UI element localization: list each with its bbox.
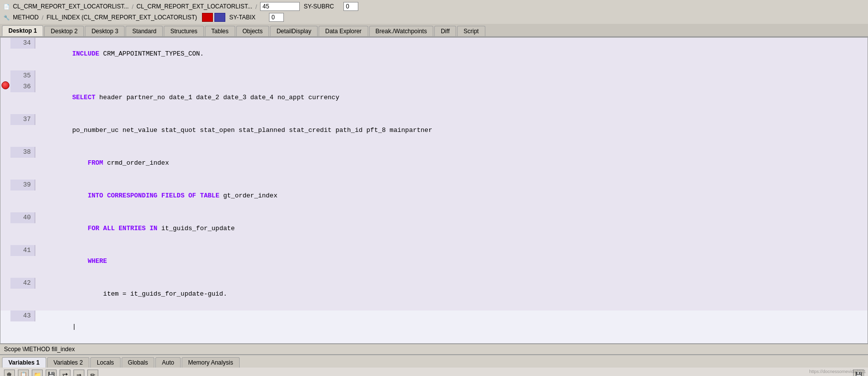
path-1: CL_CRM_REPORT_EXT_LOCATORLIST... (13, 3, 129, 10)
tab-auto[interactable]: Auto (155, 357, 181, 368)
line-content-35 (35, 70, 868, 81)
code-line-39: 39 INTO CORRESPONDING FIELDS OF TABLE gt… (0, 180, 868, 212)
run-icon[interactable] (202, 13, 213, 22)
code-line-35: 35 (0, 70, 868, 81)
line-num-42: 42 (10, 278, 35, 289)
path-2: CL_CRM_REPORT_EXT_LOCATORLIST... (136, 3, 252, 10)
save-button2[interactable]: 💾 (46, 370, 57, 376)
tab-desktop2[interactable]: Desktop 2 (44, 26, 84, 36)
line-num-34: 34 (10, 38, 35, 49)
sort-button[interactable]: ⇄ (60, 370, 70, 376)
sy-subrc-label: SY-SUBRC (302, 2, 341, 10)
main-tab-bar: Desktop 1 Desktop 2 Desktop 3 Standard S… (0, 24, 868, 37)
bottom-section: Variables 1 Variables 2 Locals Globals A… (0, 354, 868, 376)
status-bar: Scope \METHOD fill_index (0, 344, 868, 354)
navigate-button[interactable]: ⇒ (73, 370, 84, 376)
line-content-38: FROM crmd_order_index (35, 147, 868, 180)
line-num-37: 37 (10, 114, 35, 125)
bottom-tab-bar: Variables 1 Variables 2 Locals Globals A… (0, 355, 868, 368)
line-number-field[interactable]: 45 (260, 2, 300, 11)
tab-objects[interactable]: Objects (236, 26, 269, 36)
code-line-37: 37 po_number_uc net_value stat_quot stat… (0, 114, 868, 147)
tab-locals[interactable]: Locals (90, 357, 121, 368)
line-num-39: 39 (10, 180, 35, 190)
line-content-37: po_number_uc net_value stat_quot stat_op… (35, 114, 868, 147)
marker-36[interactable] (0, 81, 10, 89)
code-line-43: 43 | (0, 311, 868, 343)
tab-diff[interactable]: Diff (434, 26, 456, 36)
tab-globals[interactable]: Globals (122, 357, 155, 368)
tab-variables2[interactable]: Variables 2 (47, 357, 89, 368)
method-icon: 🔧 (2, 13, 11, 22)
top-toolbar: 📄 CL_CRM_REPORT_EXT_LOCATORLIST... / CL_… (0, 0, 868, 24)
sy-tabix-label: SY-TABIX (227, 13, 267, 21)
line-content-41: WHERE (35, 245, 868, 278)
tab-detaildisplay[interactable]: DetailDisplay (270, 26, 318, 36)
code-line-36: 36 SELECT header partner_no date_1 date_… (0, 81, 868, 114)
code-line-42: 42 item = it_guids_for_update-guid. (0, 278, 868, 311)
tab-standard[interactable]: Standard (126, 26, 163, 36)
sy-tabix-value: 0 (269, 13, 284, 22)
tab-desktop3[interactable]: Desktop 3 (85, 26, 125, 36)
info-icon[interactable] (214, 13, 225, 22)
status-text: Scope \METHOD fill_index (4, 346, 75, 353)
code-line-34: 34 INCLUDE CRM_APPOINTMENT_TYPES_CON. (0, 38, 868, 70)
copy-table-button[interactable]: 📋 (18, 370, 29, 376)
line-num-41: 41 (10, 245, 35, 256)
sep-2: / (254, 3, 258, 10)
tab-variables1[interactable]: Variables 1 (2, 357, 46, 368)
line-content-43: | (35, 311, 868, 343)
tab-memory-analysis[interactable]: Memory Analysis (182, 357, 240, 368)
tab-tables[interactable]: Tables (205, 26, 235, 36)
line-content-42: item = it_guids_for_update-guid. (35, 278, 868, 311)
line-content-36: SELECT header partner_no date_1 date_2 d… (35, 81, 868, 114)
tab-breakpoints[interactable]: Break./Watchpoints (369, 26, 434, 36)
line-content-34: INCLUDE CRM_APPOINTMENT_TYPES_CON. (35, 38, 868, 70)
tab-structures[interactable]: Structures (164, 26, 204, 36)
var-toolbar: 🗑 📋 📁 💾 ⇄ ⇒ ✏ 💾 (0, 368, 868, 376)
tab-dataexplorer[interactable]: Data Explorer (319, 26, 368, 36)
code-editor[interactable]: 34 INCLUDE CRM_APPOINTMENT_TYPES_CON. 35… (0, 37, 868, 344)
sep-1: / (131, 3, 134, 10)
breakpoint-icon[interactable] (1, 81, 9, 89)
open-button[interactable]: 📁 (32, 370, 43, 376)
toolbar-row-1: 📄 CL_CRM_REPORT_EXT_LOCATORLIST... / CL_… (2, 1, 866, 12)
line-content-40: FOR ALL ENTRIES IN it_guids_for_update (35, 212, 868, 245)
code-line-38: 38 FROM crmd_order_index (0, 147, 868, 180)
watermark: https://docnessomevida2011 (809, 369, 866, 374)
line-num-38: 38 (10, 147, 35, 158)
method-name: FILL_INDEX (CL_CRM_REPORT_EXT_LOCATORLIS… (47, 14, 197, 21)
toolbar-row-2: 🔧 METHOD / FILL_INDEX (CL_CRM_REPORT_EXT… (2, 12, 866, 23)
method-label: METHOD (13, 14, 39, 21)
tab-script[interactable]: Script (457, 26, 485, 36)
line-num-40: 40 (10, 212, 35, 223)
delete-button[interactable]: 🗑 (4, 370, 15, 376)
line-content-39: INTO CORRESPONDING FIELDS OF TABLE gt_or… (35, 180, 868, 212)
sy-subrc-value: 0 (343, 2, 358, 11)
code-line-40: 40 FOR ALL ENTRIES IN it_guids_for_updat… (0, 212, 868, 245)
rename-button[interactable]: ✏ (87, 370, 98, 376)
code-line-41: 41 WHERE (0, 245, 868, 278)
line-num-35: 35 (10, 70, 35, 81)
line-num-36: 36 (10, 81, 35, 92)
sep-3: / (41, 14, 45, 21)
file-icon: 📄 (2, 2, 11, 11)
line-num-43: 43 (10, 311, 35, 321)
tab-desktop1[interactable]: Desktop 1 (2, 25, 43, 36)
